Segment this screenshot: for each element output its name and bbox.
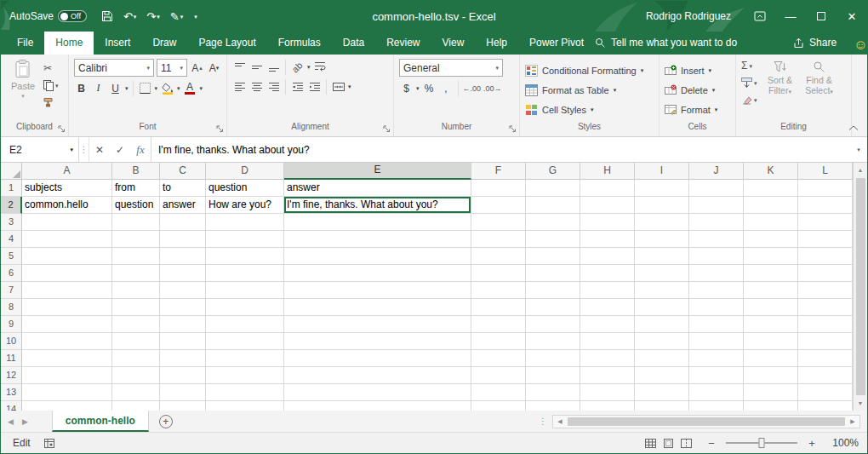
cell-F10[interactable] [471, 333, 526, 350]
cell-J14[interactable] [689, 401, 744, 411]
cell-G6[interactable] [526, 265, 580, 282]
cell-G4[interactable] [526, 231, 580, 248]
cell-A11[interactable] [22, 350, 112, 367]
cell-E11[interactable] [284, 350, 471, 367]
align-left-button[interactable] [232, 78, 247, 95]
cell-A7[interactable] [22, 282, 112, 299]
ribbon-tab-view[interactable]: View [431, 32, 476, 55]
borders-button[interactable] [138, 80, 152, 96]
cell-A8[interactable] [22, 299, 112, 316]
cell-F6[interactable] [471, 265, 526, 282]
column-header-H[interactable]: H [580, 163, 635, 180]
format-cells-button[interactable]: Format ▾ [665, 101, 717, 119]
cell-I2[interactable] [635, 197, 689, 214]
name-box[interactable]: E2 ▾ [1, 137, 79, 162]
next-sheet-button[interactable]: ▶ [15, 417, 35, 426]
increase-decimal-button[interactable]: ←.00 [463, 80, 482, 96]
cell-E10[interactable] [284, 333, 471, 350]
cell-E5[interactable] [284, 248, 471, 265]
cell-H4[interactable] [580, 231, 635, 248]
cell-J3[interactable] [689, 214, 744, 231]
cut-button[interactable]: ✂ [43, 61, 59, 75]
cell-E13[interactable] [284, 384, 471, 401]
cell-H10[interactable] [580, 333, 635, 350]
cell-C4[interactable] [160, 231, 206, 248]
cell-E8[interactable] [284, 299, 471, 316]
cell-C1[interactable]: to [160, 180, 206, 197]
ribbon-tab-file[interactable]: File [6, 32, 44, 55]
cell-F14[interactable] [471, 401, 526, 411]
cell-I7[interactable] [635, 282, 689, 299]
cell-D14[interactable] [206, 401, 284, 411]
row-header-6[interactable]: 6 [1, 265, 22, 282]
cell-F3[interactable] [471, 214, 526, 231]
cell-G1[interactable] [526, 180, 580, 197]
cell-G7[interactable] [526, 282, 580, 299]
cell-A2[interactable]: common.hello [22, 197, 112, 214]
cell-H13[interactable] [580, 384, 635, 401]
ribbon-tab-insert[interactable]: Insert [94, 32, 141, 55]
user-name[interactable]: Rodrigo Rodriguez [646, 10, 731, 22]
cell-I5[interactable] [635, 248, 689, 265]
cell-I10[interactable] [635, 333, 689, 350]
maximize-button[interactable] [806, 1, 837, 32]
scroll-right-button[interactable]: ▶ [846, 418, 859, 425]
zoom-in-button[interactable]: + [806, 437, 818, 450]
share-button[interactable]: Share [793, 37, 837, 55]
align-top-button[interactable] [232, 59, 247, 75]
ribbon-tab-power-pivot[interactable]: Power Pivot [518, 32, 595, 55]
cell-C2[interactable]: answer [160, 197, 206, 214]
cell-I14[interactable] [635, 401, 689, 411]
close-button[interactable]: ✕ [837, 1, 867, 32]
tab-splitter-grip[interactable]: ⋮ [534, 417, 552, 426]
cell-J10[interactable] [689, 333, 744, 350]
cell-F9[interactable] [471, 316, 526, 333]
cell-E14[interactable] [284, 401, 471, 411]
cell-D5[interactable] [206, 248, 284, 265]
normal-view-button[interactable] [645, 439, 656, 448]
cell-A3[interactable] [22, 214, 112, 231]
cell-K13[interactable] [744, 384, 798, 401]
formula-input[interactable]: I'm fine, thanks. What about you? [151, 137, 850, 162]
cell-styles-button[interactable]: Cell Styles ▾ [525, 101, 643, 119]
decrease-indent-button[interactable] [290, 78, 305, 95]
cell-D1[interactable]: question [206, 180, 284, 197]
wrap-text-button[interactable] [313, 59, 328, 75]
cell-J9[interactable] [689, 316, 744, 333]
italic-button[interactable]: I [91, 80, 106, 96]
cell-G3[interactable] [526, 214, 580, 231]
ribbon-tab-draw[interactable]: Draw [141, 32, 187, 55]
cell-H5[interactable] [580, 248, 635, 265]
autosave-toggle[interactable]: AutoSave Off [9, 10, 87, 22]
cell-L10[interactable] [798, 333, 853, 350]
cell-L2[interactable] [798, 197, 853, 214]
fill-color-button[interactable] [160, 80, 174, 96]
cell-C8[interactable] [160, 299, 206, 316]
row-header-7[interactable]: 7 [1, 282, 22, 299]
cell-D4[interactable] [206, 231, 284, 248]
column-header-B[interactable]: B [112, 163, 160, 180]
cell-L4[interactable] [798, 231, 853, 248]
find-select-button[interactable]: Find & Select▾ [800, 59, 839, 121]
bold-button[interactable]: B [74, 80, 89, 96]
cell-G13[interactable] [526, 384, 580, 401]
cell-A4[interactable] [22, 231, 112, 248]
copy-button[interactable]: ▾ [43, 78, 59, 92]
cell-I6[interactable] [635, 265, 689, 282]
cell-I1[interactable] [635, 180, 689, 197]
autosum-button[interactable]: Σ▾ [741, 59, 757, 72]
cell-I9[interactable] [635, 316, 689, 333]
redo-button[interactable]: ↷▾ [142, 8, 163, 26]
cell-J11[interactable] [689, 350, 744, 367]
cell-L11[interactable] [798, 350, 853, 367]
cell-G5[interactable] [526, 248, 580, 265]
cell-A6[interactable] [22, 265, 112, 282]
new-sheet-button[interactable]: + [159, 415, 173, 428]
cell-K8[interactable] [744, 299, 798, 316]
row-header-9[interactable]: 9 [1, 316, 22, 333]
row-header-5[interactable]: 5 [1, 248, 22, 265]
cell-K7[interactable] [744, 282, 798, 299]
cell-J12[interactable] [689, 367, 744, 384]
formula-bar-grip[interactable]: ⋮ [79, 137, 89, 162]
cell-K5[interactable] [744, 248, 798, 265]
